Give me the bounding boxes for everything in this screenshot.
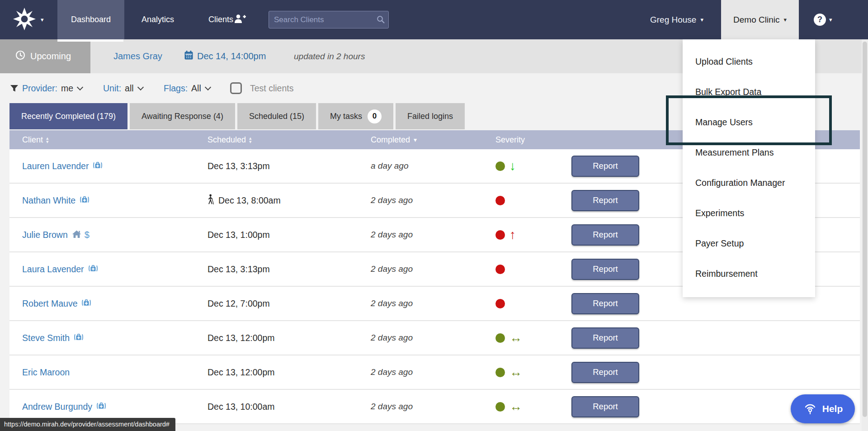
upcoming-client-link[interactable]: James Gray bbox=[113, 39, 162, 73]
question-icon: ? bbox=[814, 14, 826, 26]
menu-item-payer-setup[interactable]: Payer Setup bbox=[683, 228, 815, 259]
sort-both-icon[interactable]: ▴▾ bbox=[46, 136, 49, 143]
flags-filter-label: Flags: bbox=[164, 83, 188, 94]
scheduled-cell: Dec 13, 12:00pm bbox=[208, 367, 371, 378]
severity-dot-red bbox=[495, 196, 505, 205]
add-client-button[interactable] bbox=[234, 0, 246, 39]
brand-logo-icon bbox=[13, 7, 36, 33]
report-button[interactable]: Report bbox=[571, 259, 639, 280]
report-button[interactable]: Report bbox=[571, 396, 639, 417]
completed-time: 2 days ago bbox=[371, 333, 413, 343]
completed-time: 2 days ago bbox=[371, 195, 413, 205]
completed-cell: 2 days ago bbox=[371, 230, 495, 240]
unit-filter[interactable]: Unit: all bbox=[103, 73, 143, 103]
client-link[interactable]: Eric Maroon bbox=[22, 367, 70, 378]
menu-item-upload-clients[interactable]: Upload Clients bbox=[683, 47, 815, 77]
report-button[interactable]: Report bbox=[571, 224, 639, 246]
scheduled-cell: Dec 13, 10:00am bbox=[208, 402, 371, 412]
completed-cell: 2 days ago bbox=[371, 367, 495, 377]
tab-label: Failed logins bbox=[407, 112, 453, 121]
chevron-down-icon bbox=[137, 84, 144, 90]
severity-cell: ↔ bbox=[495, 400, 571, 413]
client-link[interactable]: Laura Lavender bbox=[22, 264, 84, 275]
unit-filter-value: all bbox=[125, 83, 134, 94]
client-icons: $ bbox=[72, 230, 90, 240]
column-header-label: Client bbox=[22, 135, 43, 145]
nav-item-dashboard[interactable]: Dashboard bbox=[57, 0, 124, 39]
flags-filter[interactable]: Flags: All bbox=[164, 73, 210, 103]
sort-both-icon[interactable]: ▴▾ bbox=[249, 136, 252, 143]
medical-kit-icon bbox=[88, 264, 98, 275]
medical-kit-icon bbox=[74, 333, 84, 343]
client-cell: Eric Maroon bbox=[9, 367, 208, 378]
clinic-dropdown-menu: Upload ClientsBulk Export DataManage Use… bbox=[683, 39, 815, 297]
nav-item-analytics[interactable]: Analytics bbox=[124, 0, 191, 39]
client-link[interactable]: Julie Brown bbox=[22, 230, 68, 240]
severity-cell: ↔ bbox=[495, 332, 571, 344]
scheduled-time: Dec 13, 1:00pm bbox=[208, 230, 270, 240]
column-header-scheduled[interactable]: Scheduled▴▾ bbox=[208, 135, 371, 145]
scheduled-cell: Dec 13, 1:00pm bbox=[208, 230, 371, 240]
sort-desc-icon[interactable]: ▾ bbox=[414, 136, 417, 143]
top-navbar: ▾ DashboardAnalyticsClients Greg House bbox=[0, 0, 868, 39]
home-icon bbox=[72, 230, 81, 240]
report-cell: Report bbox=[571, 362, 860, 383]
client-cell: Laura Lavender bbox=[9, 264, 208, 275]
scheduled-cell: Dec 13, 8:00am bbox=[208, 194, 371, 207]
client-link[interactable]: Lauren Lavender bbox=[22, 161, 89, 171]
help-menu[interactable]: ? ▾ bbox=[814, 0, 832, 39]
provider-filter[interactable]: Provider: me bbox=[22, 73, 82, 103]
clinic-menu[interactable]: Demo Clinic ▾ bbox=[721, 0, 799, 39]
tab-failed-logins[interactable]: Failed logins bbox=[396, 103, 465, 129]
client-search bbox=[269, 0, 389, 39]
menu-item-experiments[interactable]: Experiments bbox=[683, 198, 815, 228]
report-button[interactable]: Report bbox=[571, 327, 639, 349]
column-header-client[interactable]: Client▴▾ bbox=[9, 135, 208, 145]
report-button[interactable]: Report bbox=[571, 293, 639, 314]
dashboard-tabs: Recently Completed (179)Awaiting Respons… bbox=[9, 103, 465, 129]
main-nav: DashboardAnalyticsClients bbox=[57, 0, 250, 39]
dollar-icon: $ bbox=[85, 230, 90, 240]
user-menu[interactable]: Greg House ▾ bbox=[650, 0, 703, 39]
severity-arrow-flat-icon: ↔ bbox=[509, 366, 522, 379]
completed-time: 2 days ago bbox=[371, 367, 413, 377]
client-link[interactable]: Robert Mauve bbox=[22, 298, 77, 309]
report-button[interactable]: Report bbox=[571, 190, 639, 211]
tab-scheduled-15-[interactable]: Scheduled (15) bbox=[237, 103, 316, 129]
brand-menu[interactable]: ▾ bbox=[13, 0, 44, 39]
report-button[interactable]: Report bbox=[571, 362, 639, 383]
client-link[interactable]: Steve Smith bbox=[22, 333, 70, 343]
upcoming-toggle[interactable]: Upcoming bbox=[0, 39, 90, 73]
menu-item-configuration-manager[interactable]: Configuration Manager bbox=[683, 168, 815, 198]
client-cell: Lauren Lavender bbox=[9, 161, 208, 171]
severity-cell: ↓ bbox=[495, 160, 571, 172]
search-input[interactable] bbox=[269, 11, 389, 28]
column-header-label: Completed bbox=[371, 135, 410, 145]
column-header-label: Severity bbox=[495, 135, 525, 145]
client-link[interactable]: Andrew Burgundy bbox=[22, 402, 92, 412]
table-row: Eric MaroonDec 13, 12:00pm2 days ago↔Rep… bbox=[9, 355, 860, 390]
tab-recently-completed-179-[interactable]: Recently Completed (179) bbox=[9, 103, 127, 129]
client-cell: Andrew Burgundy bbox=[9, 402, 208, 412]
severity-arrow-down-icon: ↓ bbox=[509, 160, 516, 172]
test-clients-checkbox[interactable] bbox=[230, 82, 242, 94]
tab-label: Awaiting Response (4) bbox=[142, 112, 223, 121]
tab-my-tasks[interactable]: My tasks0 bbox=[318, 103, 393, 129]
scrollbar-thumb[interactable] bbox=[863, 42, 867, 417]
beacon-icon bbox=[803, 402, 817, 417]
upcoming-appointment[interactable]: Dec 14, 14:00pm bbox=[184, 39, 266, 73]
scheduled-time: Dec 13, 3:13pm bbox=[208, 264, 270, 275]
column-header-completed[interactable]: Completed▾ bbox=[371, 135, 495, 145]
tab-badge: 0 bbox=[368, 109, 382, 123]
menu-item-reimbursement[interactable]: Reimbursement bbox=[683, 259, 815, 289]
scheduled-cell: Dec 13, 3:13pm bbox=[208, 264, 371, 275]
completed-time: 2 days ago bbox=[371, 230, 413, 240]
tab-awaiting-response-4-[interactable]: Awaiting Response (4) bbox=[130, 103, 235, 129]
help-button[interactable]: Help bbox=[791, 394, 855, 423]
client-link[interactable]: Nathan White bbox=[22, 195, 75, 206]
upcoming-label: Upcoming bbox=[30, 51, 71, 62]
client-icons bbox=[88, 264, 98, 275]
report-button[interactable]: Report bbox=[571, 156, 639, 177]
search-icon[interactable] bbox=[377, 15, 385, 26]
medical-kit-icon bbox=[80, 195, 90, 206]
